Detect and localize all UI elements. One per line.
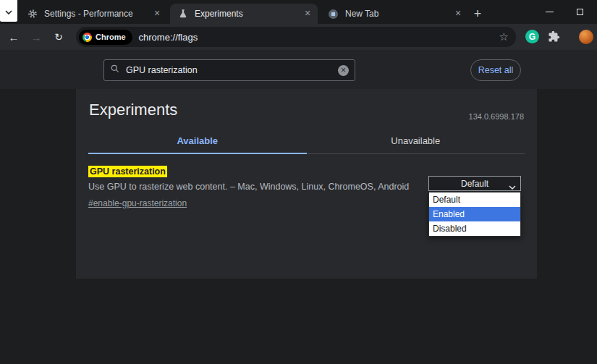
flag-description: Use GPU to rasterize web content. – Mac,… (88, 182, 409, 192)
flag-select[interactable]: Default (428, 176, 521, 191)
flag-name-highlighted: GPU rasterization (88, 166, 167, 177)
window-maximize-button[interactable] (564, 0, 596, 23)
minimize-icon (546, 12, 554, 12)
tab-title: New Tab (345, 9, 452, 19)
tab-close-button[interactable]: × (151, 8, 163, 20)
option-disabled[interactable]: Disabled (429, 221, 520, 236)
selected-option-label: Default (461, 179, 488, 189)
tab-settings-performance[interactable]: Settings - Performance × (20, 4, 167, 24)
flags-search-band: × Reset all (0, 50, 597, 89)
option-enabled[interactable]: Enabled (429, 207, 520, 221)
tab-new-tab[interactable]: New Tab × (321, 4, 468, 24)
chrome-badge[interactable]: Chrome (79, 30, 132, 45)
clear-search-icon[interactable]: × (338, 65, 349, 76)
reload-button[interactable]: ↻ (49, 24, 68, 50)
tab-title: Settings - Performance (44, 9, 151, 19)
bookmark-star-icon[interactable]: ☆ (499, 30, 509, 43)
gear-icon (27, 9, 38, 20)
search-icon (110, 64, 120, 77)
tab-title: Experiments (195, 9, 302, 19)
page-title: Experiments (89, 101, 177, 119)
forward-button[interactable]: → (27, 24, 46, 50)
experiments-card: Experiments 134.0.6998.178 Available Una… (76, 89, 537, 279)
flag-info: GPU rasterization Use GPU to rasterize w… (88, 164, 409, 209)
tab-close-button[interactable]: × (452, 8, 464, 20)
chevron-down-icon (5, 4, 12, 17)
new-tab-button[interactable]: + (469, 5, 486, 22)
flag-select-menu: Default Enabled Disabled (428, 192, 521, 237)
extensions-puzzle-icon[interactable] (548, 30, 561, 43)
tab-experiments[interactable]: Experiments × (170, 4, 318, 24)
chevron-down-icon (509, 182, 516, 192)
flags-tab-bar: Available Unavailable (88, 135, 525, 154)
chrome-version: 134.0.6998.178 (469, 112, 524, 121)
profile-avatar[interactable] (579, 30, 593, 44)
corner-dropdown-button[interactable] (0, 0, 17, 22)
url-text: chrome://flags (139, 32, 198, 43)
chrome-badge-label: Chrome (96, 33, 126, 41)
option-default[interactable]: Default (429, 192, 520, 207)
tab-unavailable[interactable]: Unavailable (307, 135, 525, 154)
chrome-logo-icon (82, 33, 92, 42)
grammarly-extension-icon[interactable]: G (525, 30, 539, 43)
flag-permalink[interactable]: #enable-gpu-rasterization (88, 198, 187, 208)
flag-row: GPU rasterization Use GPU to rasterize w… (76, 154, 537, 209)
reset-all-button[interactable]: Reset all (470, 59, 521, 81)
back-button[interactable]: ← (4, 24, 23, 50)
maximize-icon (577, 9, 583, 15)
flag-control: Default Default Enabled Disabled (428, 176, 521, 209)
window-minimize-button[interactable] (533, 0, 565, 23)
tab-strip: Settings - Performance × Experiments × N… (0, 0, 597, 24)
address-bar[interactable]: Chrome chrome://flags ☆ (76, 27, 516, 47)
browser-toolbar: ← → ↻ Chrome chrome://flags ☆ G (0, 24, 597, 50)
search-input[interactable] (126, 65, 338, 75)
tab-close-button[interactable]: × (302, 8, 313, 20)
chromium-icon (328, 9, 339, 20)
flags-search-box[interactable]: × (103, 59, 355, 81)
tab-available[interactable]: Available (88, 135, 307, 154)
flask-icon (177, 9, 188, 20)
